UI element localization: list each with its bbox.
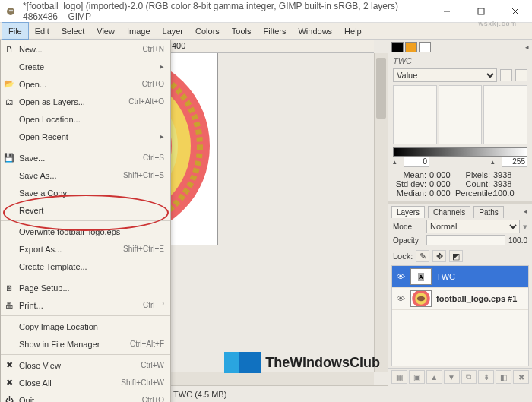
- scrollbar-vertical[interactable]: [374, 53, 388, 372]
- layer-dock-menu-icon[interactable]: ◂: [522, 206, 529, 218]
- menu-file[interactable]: File: [2, 22, 29, 40]
- file-menu-dropdown: 🗋New...Ctrl+N Create▸ 📂Open...Ctrl+O 🗂Op…: [0, 40, 171, 402]
- file-icon: 🗋: [4, 44, 14, 55]
- layer-name-2: football_logo.eps #1: [436, 294, 517, 303]
- menu-windows[interactable]: Windows: [292, 23, 338, 39]
- menu-quit[interactable]: ⏻QuitCtrl+Q: [1, 391, 170, 402]
- layer-action-buttons: ▦ ▣ ▲ ▼ ⧉ ⇟ ◧ ✖: [388, 368, 532, 385]
- gradient-bar[interactable]: [393, 147, 527, 157]
- lock-label: Lock:: [393, 252, 413, 261]
- range-left-handle[interactable]: ▴: [393, 158, 401, 166]
- dock-tab-strip: ◂: [388, 40, 532, 55]
- menu-revert[interactable]: Revert: [1, 201, 170, 219]
- close-all-icon: ✖: [4, 378, 14, 388]
- layer-row-logo[interactable]: 👁 football_logo.eps #1: [392, 288, 528, 310]
- layer-tabs: Layers Channels Paths ◂: [388, 206, 532, 218]
- gimp-icon: [6, 5, 18, 17]
- mode-select[interactable]: Normal: [426, 220, 520, 233]
- folder-icon: 📂: [4, 79, 14, 90]
- submenu-arrow-icon: ▸: [160, 131, 164, 141]
- histogram-linear-icon[interactable]: [500, 69, 512, 81]
- dock-menu-icon[interactable]: ◂: [525, 43, 529, 51]
- merge-layer-icon[interactable]: ⇟: [478, 370, 494, 384]
- mask-layer-icon[interactable]: ◧: [496, 370, 511, 384]
- svg-point-3: [10, 10, 11, 11]
- menu-save[interactable]: 💾Save...Ctrl+S: [1, 149, 170, 166]
- tab-channels[interactable]: Channels: [428, 206, 470, 218]
- menu-save-as[interactable]: Save As...Shift+Ctrl+S: [1, 166, 170, 184]
- page-icon: 🗎: [4, 283, 14, 293]
- mode-label: Mode: [393, 223, 423, 231]
- visibility-icon[interactable]: 👁: [395, 294, 406, 303]
- svg-point-4: [12, 10, 13, 11]
- menu-save-copy[interactable]: Save a Copy...: [1, 184, 170, 201]
- histogram-stats: Mean:0.000Pixels:3938 Std dev:0.000Count…: [388, 169, 532, 199]
- layer-thumb-logo: [410, 290, 432, 307]
- tab-paths[interactable]: Paths: [473, 206, 504, 218]
- lock-position-icon[interactable]: ✥: [432, 250, 446, 262]
- window-title: *[football_logo] (imported)-2.0 (RGB col…: [23, 1, 429, 22]
- menu-export-as[interactable]: Export As...Shift+Ctrl+E: [1, 240, 170, 258]
- lower-layer-icon[interactable]: ▼: [444, 370, 460, 384]
- opacity-value: 100.0: [508, 236, 527, 245]
- menu-open[interactable]: 📂Open...Ctrl+O: [1, 75, 170, 93]
- dock-tab-3[interactable]: [419, 42, 431, 52]
- menu-print[interactable]: 🖶Print...Ctrl+P: [1, 296, 170, 314]
- menu-edit[interactable]: Edit: [29, 23, 55, 39]
- menu-filters[interactable]: Filters: [258, 23, 293, 39]
- layers-list: 👁 A TWC 👁 football_logo.eps #1: [391, 265, 529, 366]
- title-bar: *[football_logo] (imported)-2.0 (RGB col…: [0, 0, 532, 23]
- dock-tab-2[interactable]: [405, 42, 417, 52]
- menu-colors[interactable]: Colors: [189, 23, 226, 39]
- quit-icon: ⏻: [4, 395, 14, 403]
- duplicate-layer-icon[interactable]: ⧉: [461, 370, 477, 384]
- opacity-slider[interactable]: [426, 235, 505, 245]
- delete-layer-icon[interactable]: ✖: [513, 370, 529, 384]
- lock-pixels-icon[interactable]: ✎: [416, 250, 429, 262]
- menu-close-all[interactable]: ✖Close AllShift+Ctrl+W: [1, 374, 170, 391]
- menu-page-setup[interactable]: 🗎Page Setup...: [1, 279, 170, 296]
- range-max[interactable]: 255: [502, 157, 527, 167]
- svg-point-0: [7, 8, 14, 15]
- lock-alpha-icon[interactable]: ◩: [449, 250, 463, 262]
- menu-layer[interactable]: Layer: [157, 23, 190, 39]
- raise-layer-icon[interactable]: ▲: [426, 370, 442, 384]
- menu-help[interactable]: Help: [338, 23, 368, 39]
- range-min[interactable]: 0: [404, 157, 429, 167]
- menu-view[interactable]: View: [90, 23, 121, 39]
- tab-layers[interactable]: Layers: [391, 206, 425, 218]
- menu-create-template[interactable]: Create Template...: [1, 258, 170, 275]
- opacity-label: Opacity: [393, 236, 423, 245]
- menu-copy-location[interactable]: Copy Image Location: [1, 318, 170, 335]
- svg-rect-6: [478, 8, 484, 14]
- range-right-handle[interactable]: ▴: [491, 158, 499, 166]
- minimize-button[interactable]: [429, 0, 464, 23]
- menu-new[interactable]: 🗋New...Ctrl+N: [1, 40, 170, 58]
- dock-tab-1[interactable]: [391, 42, 404, 52]
- menu-image[interactable]: Image: [121, 23, 157, 39]
- menu-open-layers[interactable]: 🗂Open as Layers...Ctrl+Alt+O: [1, 93, 170, 110]
- channel-select[interactable]: Value: [393, 68, 497, 82]
- histogram-layer-name: TWC: [388, 55, 532, 67]
- watermark: TheWindowsClub: [224, 352, 380, 373]
- new-layer-icon[interactable]: ▦: [391, 370, 407, 384]
- layer-thumb-twc: A: [410, 268, 432, 285]
- menu-open-location[interactable]: Open Location...: [1, 110, 170, 128]
- layers-icon: 🗂: [4, 97, 14, 107]
- menu-close-view[interactable]: ✖Close ViewCtrl+W: [1, 356, 170, 374]
- histogram-log-icon[interactable]: [515, 69, 527, 81]
- visibility-icon[interactable]: 👁: [395, 272, 406, 281]
- menu-show-file-manager[interactable]: Show in File ManagerCtrl+Alt+F: [1, 335, 170, 353]
- new-group-icon[interactable]: ▣: [409, 370, 425, 384]
- menu-bar: File Edit Select View Image Layer Colors…: [0, 23, 532, 40]
- menu-overwrite[interactable]: Overwrite football_logo.eps: [1, 223, 170, 240]
- corner-watermark: wsxkj.com: [478, 20, 517, 27]
- menu-select[interactable]: Select: [55, 23, 91, 39]
- status-image-info: TWC (4.5 MB): [173, 390, 226, 399]
- menu-open-recent[interactable]: Open Recent▸: [1, 128, 170, 145]
- layer-row-twc[interactable]: 👁 A TWC: [392, 266, 528, 288]
- print-icon: 🖶: [4, 300, 14, 311]
- submenu-arrow-icon: ▸: [160, 62, 164, 71]
- menu-tools[interactable]: Tools: [226, 23, 258, 39]
- menu-create[interactable]: Create▸: [1, 58, 170, 75]
